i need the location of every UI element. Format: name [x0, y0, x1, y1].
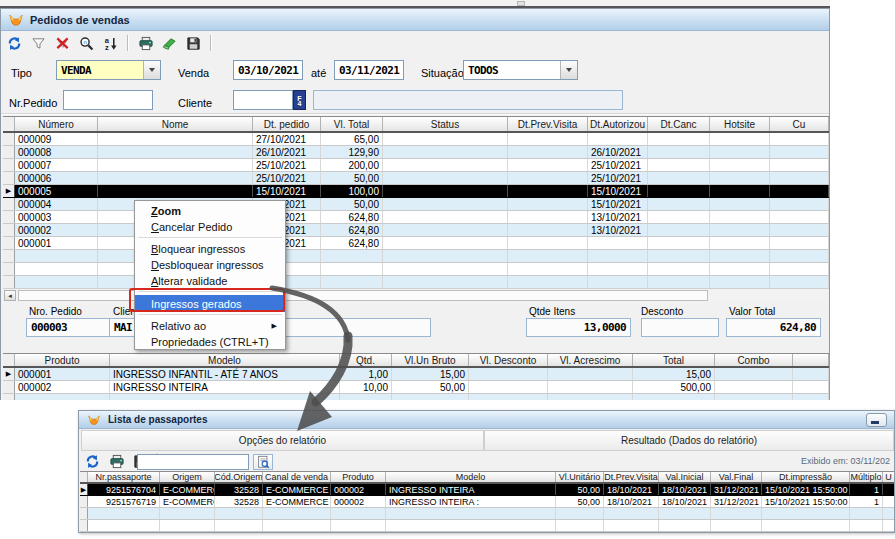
- cell: [383, 276, 508, 288]
- table-row[interactable]: 00000927/10/202165,00: [3, 133, 829, 146]
- menu-item-relativo-ao[interactable]: Relativo ao▶: [135, 318, 285, 334]
- cliente-code-input[interactable]: [233, 90, 293, 110]
- print-icon[interactable]: [107, 452, 126, 471]
- column-header-vl-desconto[interactable]: Vl. Desconto: [469, 354, 548, 366]
- export-icon[interactable]: [160, 34, 179, 53]
- scroll-left-button[interactable]: ◄: [4, 290, 16, 301]
- table-row[interactable]: 00000313/10/2021624,8013/10/2021: [3, 211, 829, 224]
- column-header-vl-acrescimo[interactable]: Vl. Acrescimo: [548, 354, 633, 366]
- cell: [715, 368, 793, 380]
- date-from-field[interactable]: 03/10/2021: [233, 60, 303, 80]
- title-bar[interactable]: Pedidos de vendas: [1, 9, 829, 31]
- scrollbar-thumb[interactable]: [18, 290, 708, 301]
- minimize-button[interactable]: [866, 413, 887, 427]
- table-row[interactable]: 000002INGRESSO INTEIRA10,0050,00500,00: [3, 381, 829, 394]
- column-header-dt-autorizou[interactable]: Dt.Autorizou: [588, 117, 648, 131]
- table-row[interactable]: 00000113/10/2021624,80: [3, 237, 829, 250]
- chevron-down-icon[interactable]: [560, 61, 577, 79]
- cell: [710, 146, 770, 158]
- table-row[interactable]: 00000826/10/2021129,9026/10/2021: [3, 146, 829, 159]
- column-header-vl-unit-rio[interactable]: Vl.Unitário: [556, 472, 604, 482]
- column-header-val-inicial[interactable]: Val.Inicial: [659, 472, 711, 482]
- menu-item-cancelar-pedido[interactable]: Cancelar Pedido: [135, 219, 285, 235]
- column-header-c-d-origem[interactable]: Cód.Origem: [215, 472, 263, 482]
- row-marker: [3, 237, 15, 249]
- row-marker: [80, 520, 88, 531]
- column-header-cu[interactable]: Cu: [770, 117, 829, 131]
- preview-button[interactable]: [253, 454, 273, 470]
- column-header-n-mero[interactable]: Número: [15, 117, 98, 131]
- column-header-modelo[interactable]: Modelo: [386, 472, 556, 482]
- column-header-nr-passaporte[interactable]: Nr.passaporte: [88, 472, 160, 482]
- column-header-m-ltiplo[interactable]: Múltiplo: [850, 472, 883, 482]
- column-header-u[interactable]: U: [883, 472, 895, 482]
- cell: [508, 237, 588, 249]
- refresh-icon[interactable]: [83, 452, 102, 471]
- toolbar-separator: [210, 35, 212, 51]
- tab-opcoes-do-relatorio[interactable]: Opções do relatório: [81, 430, 484, 451]
- column-header-modelo[interactable]: Modelo: [110, 354, 340, 366]
- horizontal-scrollbar[interactable]: ◄: [3, 288, 829, 301]
- row-marker: ▶: [3, 368, 15, 380]
- table-row[interactable]: 9251576719E-COMMERCE32528E-COMMERCE00000…: [80, 496, 895, 508]
- save-icon[interactable]: [184, 34, 203, 53]
- column-header-origem[interactable]: Origem: [160, 472, 215, 482]
- header-gutter: [3, 354, 15, 366]
- column-header-dt-canc[interactable]: Dt.Canc: [648, 117, 710, 131]
- cell: [850, 520, 883, 531]
- column-header-hotsite[interactable]: Hotsite: [710, 117, 770, 131]
- cell: [648, 250, 710, 262]
- cell: 18/10/2021: [604, 496, 659, 507]
- tab-resultado[interactable]: Resultado (Dados do relatório): [484, 430, 894, 451]
- empty-row: [80, 520, 895, 532]
- column-header-blank[interactable]: [793, 354, 829, 366]
- cell: 15,00: [633, 368, 715, 380]
- column-header-vl-un-bruto[interactable]: Vl.Un Bruto: [392, 354, 469, 366]
- tipo-select[interactable]: VENDA: [56, 60, 161, 80]
- column-header-canal-de-venda[interactable]: Canal de venda: [263, 472, 331, 482]
- title-bar[interactable]: Lista de passaportes: [79, 411, 894, 429]
- sort-icon[interactable]: az: [101, 34, 120, 53]
- cell: 50,00: [556, 484, 604, 495]
- column-header-total[interactable]: Total: [633, 354, 715, 366]
- table-row[interactable]: ▶00000515/10/2021100,0015/10/2021: [3, 185, 829, 198]
- cell: 31/12/2021: [711, 496, 762, 507]
- table-row[interactable]: ▶000001INGRESSO INFANTIL - ATÉ 7 ANOS1,0…: [3, 368, 829, 381]
- column-header-dt-prev-visita[interactable]: Dt.Prev.Visita: [508, 117, 588, 131]
- column-header-dt-impress-o[interactable]: Dt.impressão: [762, 472, 850, 482]
- table-row[interactable]: 00000625/10/202150,0025/10/2021: [3, 172, 829, 185]
- chevron-down-icon[interactable]: [143, 61, 160, 79]
- column-header-val-final[interactable]: Val.Final: [711, 472, 762, 482]
- date-to-field[interactable]: 03/11/2021: [334, 60, 404, 80]
- cliente-lookup-f4-button[interactable]: F4: [293, 90, 306, 110]
- menu-item-propriedades-ctrl-t[interactable]: Propriedades (CTRL+T): [135, 334, 285, 350]
- column-header-nome[interactable]: Nome: [98, 117, 253, 131]
- column-header-dt-prev-visita[interactable]: Dt.Prev.Visita: [604, 472, 659, 482]
- menu-item-zoom[interactable]: Zoom: [135, 203, 285, 219]
- cell: 624,80: [321, 237, 383, 249]
- column-header-qtd[interactable]: Qtd.: [340, 354, 392, 366]
- table-row[interactable]: 00000725/10/2021200,0025/10/2021: [3, 159, 829, 172]
- column-header-produto[interactable]: Produto: [15, 354, 110, 366]
- table-row[interactable]: 00000415/10/202150,0015/10/2021: [3, 198, 829, 211]
- report-search-input[interactable]: [137, 454, 249, 470]
- refresh-icon[interactable]: [5, 34, 24, 53]
- menu-item-alterar-validade[interactable]: Alterar validade: [135, 273, 285, 289]
- menu-item-bloquear-ingressos[interactable]: Bloquear ingressos: [135, 241, 285, 257]
- situacao-select[interactable]: TODOS: [463, 60, 578, 80]
- filter-icon[interactable]: [29, 34, 48, 53]
- find-icon[interactable]: n: [77, 34, 96, 53]
- menu-item-desbloquear-ingressos[interactable]: Desbloquear ingressos: [135, 257, 285, 273]
- table-row[interactable]: 00000213/10/2021624,8013/10/2021: [3, 224, 829, 237]
- table-row[interactable]: ▶9251576704E-COMMERCE32528E-COMMERCE0000…: [80, 484, 895, 496]
- print-icon[interactable]: [136, 34, 155, 53]
- row-marker: [3, 133, 15, 145]
- nro-pedido-field[interactable]: 000003: [26, 318, 111, 337]
- clear-filter-icon[interactable]: [53, 34, 72, 53]
- column-header-dt-pedido[interactable]: Dt. pedido: [253, 117, 321, 131]
- nrpedido-input[interactable]: [63, 90, 153, 110]
- column-header-combo[interactable]: Combo: [715, 354, 793, 366]
- column-header-produto[interactable]: Produto: [331, 472, 386, 482]
- column-header-status[interactable]: Status: [383, 117, 508, 131]
- column-header-vl-total[interactable]: Vl. Total: [321, 117, 383, 131]
